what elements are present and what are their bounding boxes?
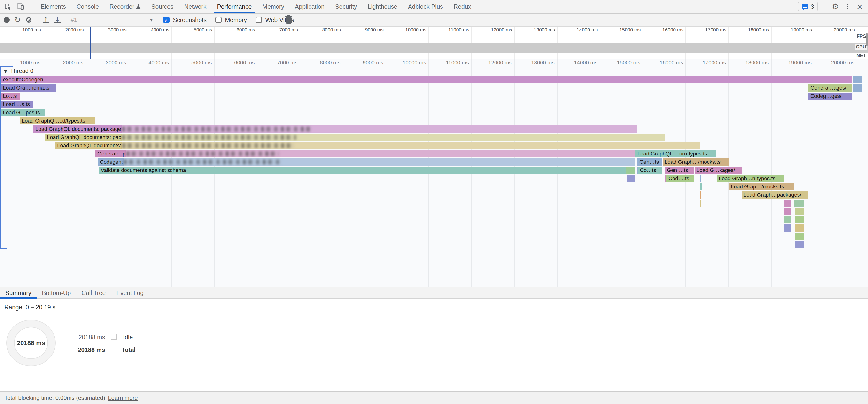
flame-bar[interactable]: Load GraphQL documents: pac <box>45 134 665 141</box>
inspect-element-icon[interactable] <box>4 3 11 10</box>
redacted-region <box>124 158 635 166</box>
legend-total-value: 20188 ms <box>58 346 105 353</box>
flame-bar[interactable]: Gen….ts <box>665 167 694 174</box>
flame-bar[interactable] <box>784 224 791 231</box>
flame-bar[interactable]: Load Graph…packages/ <box>742 191 808 198</box>
scrollbar-thumb[interactable] <box>866 33 868 46</box>
flame-bar[interactable]: Load G…pes.ts <box>1 109 44 116</box>
garbage-collect-icon[interactable] <box>286 13 291 26</box>
flame-bar[interactable]: Load Gra…hema.ts <box>1 84 56 92</box>
checkbox-screenshots[interactable]: ✓Screenshots <box>163 17 207 24</box>
divider <box>825 3 825 10</box>
capture-select[interactable]: #1 <box>71 13 77 26</box>
overview-tick-label: 18000 ms <box>728 27 769 33</box>
flame-bar[interactable] <box>795 216 804 223</box>
details-tab-event-log[interactable]: Event Log <box>111 287 149 299</box>
device-toolbar-icon[interactable] <box>17 3 24 10</box>
close-icon[interactable]: × <box>857 2 863 11</box>
flame-bar[interactable] <box>626 167 635 174</box>
reload-and-record-icon[interactable]: ↻ <box>14 13 21 26</box>
overview-cpu-band <box>0 43 868 53</box>
flame-bar-label: Load GraphQL documents: <box>55 142 121 149</box>
flame-bar[interactable]: executeCodegen <box>1 76 852 83</box>
flame-bar[interactable] <box>795 208 804 215</box>
flame-bar[interactable] <box>701 191 702 198</box>
flame-bar[interactable]: Cod….ts <box>666 175 694 182</box>
flame-chart[interactable]: 1000 ms2000 ms3000 ms4000 ms5000 ms6000 … <box>0 59 868 287</box>
details-tab-call-tree[interactable]: Call Tree <box>76 287 111 299</box>
checkbox-label: Screenshots <box>173 17 207 24</box>
tab-sources[interactable]: Sources <box>146 0 179 13</box>
tab-console[interactable]: Console <box>71 0 104 13</box>
load-profile-icon[interactable]: ↑ <box>42 13 49 26</box>
overview-playhead[interactable] <box>90 27 91 59</box>
ruler-tick-label: 1000 ms <box>0 60 40 66</box>
flame-bar[interactable] <box>853 76 862 83</box>
net-track-label: NET <box>856 53 867 58</box>
flame-bar[interactable]: Load GraphQL documents: <box>55 142 701 149</box>
flame-bar[interactable]: Load GraphQL …urn-types.ts <box>636 150 716 157</box>
flame-bar[interactable] <box>795 232 804 240</box>
capture-select-caret-icon[interactable]: ▾ <box>150 13 153 26</box>
settings-gear-icon[interactable]: ⚙ <box>832 3 839 10</box>
overview-tick-label: 19000 ms <box>771 27 812 33</box>
flame-bar[interactable] <box>795 224 804 231</box>
flame-bar[interactable] <box>784 208 791 215</box>
flame-bar[interactable]: Load …s.ts <box>1 101 33 108</box>
clear-icon[interactable] <box>26 13 31 26</box>
tab-performance[interactable]: Performance <box>212 0 257 13</box>
flame-bar[interactable] <box>853 84 862 92</box>
learn-more-link[interactable]: Learn more <box>108 395 138 401</box>
flame-bar[interactable] <box>701 175 702 182</box>
flame-bar[interactable]: Gen…ts <box>638 158 662 166</box>
flame-bar[interactable]: Load GraphQ…ed/types.ts <box>20 117 95 124</box>
tab-security[interactable]: Security <box>330 0 362 13</box>
tab-application[interactable]: Application <box>290 0 330 13</box>
issues-messages-button[interactable]: 3 <box>798 2 818 11</box>
flame-bar[interactable]: Codeg…ges/ <box>808 93 852 100</box>
tab-elements[interactable]: Elements <box>35 0 71 13</box>
flame-bar[interactable]: Co…ts <box>638 167 662 174</box>
tab-redux[interactable]: Redux <box>448 0 476 13</box>
flame-gridline <box>43 59 43 287</box>
flame-gridline <box>857 59 857 287</box>
flame-bar[interactable] <box>784 199 791 207</box>
flame-bar[interactable]: Lo…s <box>1 93 20 100</box>
flame-bar[interactable]: Load Graph…/mocks.ts <box>662 158 729 166</box>
flame-bar[interactable] <box>701 183 702 190</box>
checkbox-checked-icon[interactable]: ✓ <box>163 17 169 23</box>
collapse-triangle-icon[interactable]: ▼ <box>4 68 7 74</box>
thread-header[interactable]: ▼ Thread 0 <box>4 67 33 75</box>
flame-bar[interactable] <box>795 199 804 207</box>
flame-bar[interactable]: Codegen: <box>98 158 635 166</box>
flame-bar[interactable]: Load G…kages/ <box>694 167 742 174</box>
kebab-menu-icon[interactable]: ⋮ <box>843 3 852 10</box>
record-button[interactable] <box>4 13 10 26</box>
tab-network[interactable]: Network <box>179 0 212 13</box>
flame-bar[interactable]: Load Grap…/mocks.ts <box>729 183 794 190</box>
flame-bar[interactable]: Generate: p <box>95 150 634 157</box>
tab-label: Network <box>184 3 207 10</box>
flame-bar[interactable] <box>784 216 791 223</box>
details-tab-bottom-up[interactable]: Bottom-Up <box>37 287 76 299</box>
checkbox-unchecked-icon[interactable] <box>255 17 262 23</box>
timeline-overview[interactable]: 1000 ms2000 ms3000 ms4000 ms5000 ms6000 … <box>0 27 868 59</box>
flame-bar[interactable]: Load GraphQL documents: package <box>33 125 638 133</box>
flame-bar[interactable] <box>795 241 804 248</box>
save-profile-icon[interactable]: ↓ <box>54 13 61 26</box>
flame-bar[interactable] <box>627 175 635 182</box>
tab-label: Elements <box>41 3 66 10</box>
messages-icon <box>802 4 808 9</box>
flame-bar[interactable]: Genera…ages/ <box>808 84 852 92</box>
flame-bar[interactable]: Validate documents against schema <box>99 167 626 174</box>
tab-memory[interactable]: Memory <box>257 0 289 13</box>
checkbox-memory[interactable]: Memory <box>215 17 247 24</box>
fps-track-label: FPS <box>856 33 867 39</box>
checkbox-unchecked-icon[interactable] <box>215 17 222 23</box>
flame-bar[interactable]: Load Graph…n-types.ts <box>717 175 784 182</box>
details-tab-summary[interactable]: Summary <box>0 287 37 299</box>
tab-lighthouse[interactable]: Lighthouse <box>362 0 403 13</box>
tab-adblock-plus[interactable]: Adblock Plus <box>403 0 448 13</box>
flame-bar[interactable] <box>701 199 702 207</box>
tab-recorder[interactable]: Recorder <box>104 0 146 13</box>
